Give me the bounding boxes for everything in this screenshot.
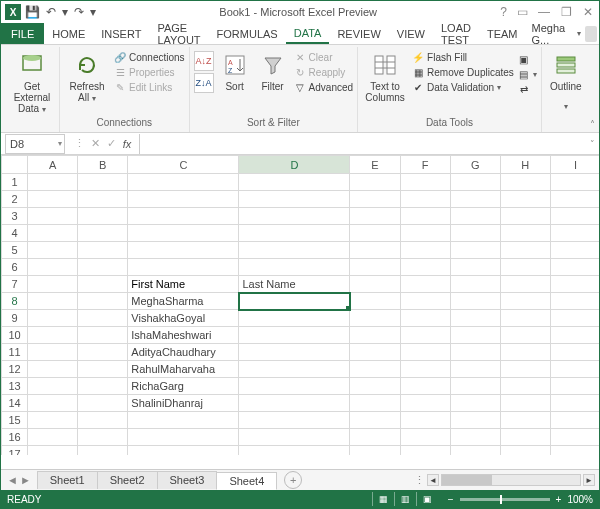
select-all-corner[interactable] — [2, 156, 28, 174]
sheet-tab-Sheet3[interactable]: Sheet3 — [157, 471, 218, 489]
cell-G6[interactable] — [450, 259, 500, 276]
cell-H2[interactable] — [500, 191, 550, 208]
sort-button[interactable]: AZ Sort — [218, 49, 252, 92]
cell-D11[interactable] — [239, 344, 350, 361]
edit-links-button[interactable]: ✎Edit Links — [114, 81, 185, 93]
row-header-7[interactable]: 7 — [2, 276, 28, 293]
cell-H3[interactable] — [500, 208, 550, 225]
cell-B15[interactable] — [78, 412, 128, 429]
cell-I4[interactable] — [550, 225, 599, 242]
tab-review[interactable]: REVIEW — [329, 23, 388, 44]
cell-D4[interactable] — [239, 225, 350, 242]
cell-C5[interactable] — [128, 242, 239, 259]
cell-G17[interactable] — [450, 446, 500, 456]
cell-I13[interactable] — [550, 378, 599, 395]
cell-F13[interactable] — [400, 378, 450, 395]
cell-A7[interactable] — [28, 276, 78, 293]
cell-A1[interactable] — [28, 174, 78, 191]
sort-desc-button[interactable]: Z↓A — [194, 73, 214, 93]
cell-B2[interactable] — [78, 191, 128, 208]
cell-C4[interactable] — [128, 225, 239, 242]
cell-G9[interactable] — [450, 310, 500, 327]
cell-G4[interactable] — [450, 225, 500, 242]
cell-I9[interactable] — [550, 310, 599, 327]
cell-C12[interactable]: RahulMaharvaha — [128, 361, 239, 378]
column-header-A[interactable]: A — [28, 156, 78, 174]
tab-data[interactable]: DATA — [286, 23, 330, 44]
signed-in-user[interactable]: Megha G... — [531, 22, 572, 46]
column-header-F[interactable]: F — [400, 156, 450, 174]
cell-I5[interactable] — [550, 242, 599, 259]
row-header-4[interactable]: 4 — [2, 225, 28, 242]
cell-I16[interactable] — [550, 429, 599, 446]
cell-B11[interactable] — [78, 344, 128, 361]
cell-D12[interactable] — [239, 361, 350, 378]
cell-B8[interactable] — [78, 293, 128, 310]
cell-B4[interactable] — [78, 225, 128, 242]
row-header-3[interactable]: 3 — [2, 208, 28, 225]
collapse-ribbon-icon[interactable]: ˄ — [590, 119, 595, 130]
advanced-filter-button[interactable]: ▽Advanced — [294, 81, 353, 93]
zoom-in-button[interactable]: + — [556, 494, 562, 505]
cell-D10[interactable] — [239, 327, 350, 344]
cell-H11[interactable] — [500, 344, 550, 361]
cell-F6[interactable] — [400, 259, 450, 276]
enter-formula-icon[interactable]: ✕ — [87, 137, 103, 150]
whatif-button[interactable]: ▤▾ — [518, 68, 537, 80]
row-header-12[interactable]: 12 — [2, 361, 28, 378]
cell-H6[interactable] — [500, 259, 550, 276]
cell-H15[interactable] — [500, 412, 550, 429]
formula-input[interactable] — [139, 134, 585, 154]
sheet-tab-Sheet4[interactable]: Sheet4 — [216, 472, 277, 490]
cell-D16[interactable] — [239, 429, 350, 446]
cell-B3[interactable] — [78, 208, 128, 225]
refresh-all-button[interactable]: RefreshAll ▾ — [64, 49, 110, 104]
cell-A17[interactable] — [28, 446, 78, 456]
cell-D14[interactable] — [239, 395, 350, 412]
row-header-13[interactable]: 13 — [2, 378, 28, 395]
sheet-nav-first-icon[interactable]: ◄ — [7, 474, 18, 486]
cell-H9[interactable] — [500, 310, 550, 327]
tab-insert[interactable]: INSERT — [93, 23, 149, 44]
cell-B13[interactable] — [78, 378, 128, 395]
cell-E6[interactable] — [350, 259, 400, 276]
cell-D1[interactable] — [239, 174, 350, 191]
row-header-14[interactable]: 14 — [2, 395, 28, 412]
cell-H13[interactable] — [500, 378, 550, 395]
cell-C11[interactable]: AdityaChaudhary — [128, 344, 239, 361]
cell-B10[interactable] — [78, 327, 128, 344]
cell-F11[interactable] — [400, 344, 450, 361]
cell-A5[interactable] — [28, 242, 78, 259]
cell-I12[interactable] — [550, 361, 599, 378]
cell-I6[interactable] — [550, 259, 599, 276]
cell-C13[interactable]: RichaGarg — [128, 378, 239, 395]
cell-F4[interactable] — [400, 225, 450, 242]
cell-H8[interactable] — [500, 293, 550, 310]
user-avatar-icon[interactable] — [585, 26, 597, 42]
fx-icon[interactable]: fx — [119, 138, 135, 150]
new-sheet-button[interactable]: + — [284, 471, 302, 489]
view-page-break-icon[interactable]: ▣ — [416, 492, 438, 506]
row-header-9[interactable]: 9 — [2, 310, 28, 327]
cell-F9[interactable] — [400, 310, 450, 327]
cell-H12[interactable] — [500, 361, 550, 378]
row-header-16[interactable]: 16 — [2, 429, 28, 446]
cell-C8[interactable]: MeghaSharma — [128, 293, 239, 310]
sheet-tab-Sheet2[interactable]: Sheet2 — [97, 471, 158, 489]
cell-C2[interactable] — [128, 191, 239, 208]
cell-G2[interactable] — [450, 191, 500, 208]
tab-team[interactable]: TEAM — [479, 23, 526, 44]
cell-E16[interactable] — [350, 429, 400, 446]
cell-F12[interactable] — [400, 361, 450, 378]
cell-G11[interactable] — [450, 344, 500, 361]
row-header-1[interactable]: 1 — [2, 174, 28, 191]
row-header-5[interactable]: 5 — [2, 242, 28, 259]
connections-button[interactable]: 🔗Connections — [114, 51, 185, 63]
cell-G13[interactable] — [450, 378, 500, 395]
cell-H1[interactable] — [500, 174, 550, 191]
cell-F7[interactable] — [400, 276, 450, 293]
column-header-C[interactable]: C — [128, 156, 239, 174]
cell-C7[interactable]: First Name — [128, 276, 239, 293]
zoom-out-button[interactable]: − — [448, 494, 454, 505]
cell-B1[interactable] — [78, 174, 128, 191]
